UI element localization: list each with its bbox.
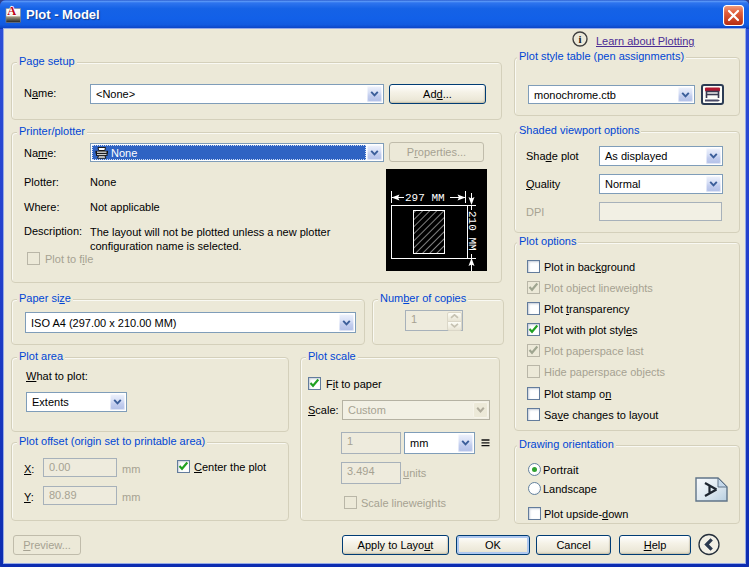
- svg-text:210 MM: 210 MM: [466, 211, 478, 251]
- svg-text:i: i: [578, 33, 581, 45]
- svg-text:A: A: [7, 5, 16, 18]
- svg-text:297 MM: 297 MM: [405, 192, 445, 204]
